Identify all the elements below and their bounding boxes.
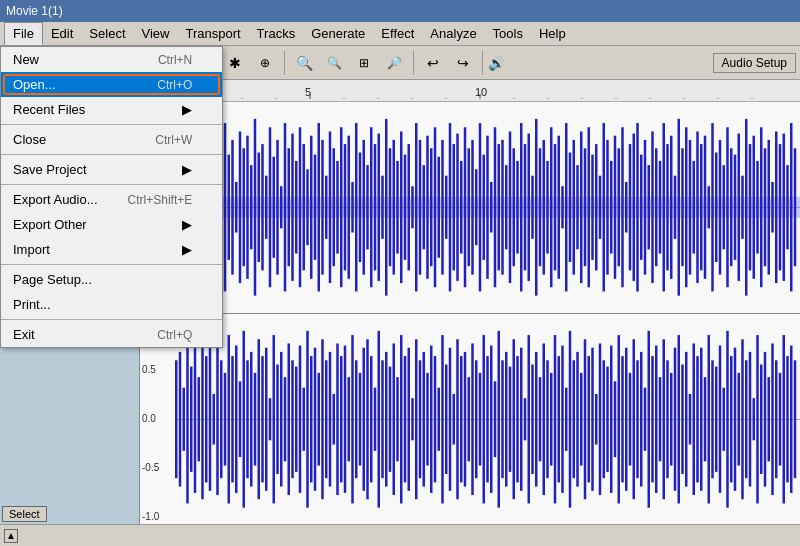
- audio-setup-button[interactable]: Audio Setup: [713, 53, 796, 73]
- svg-rect-133: [591, 155, 594, 260]
- svg-rect-161: [696, 131, 699, 283]
- svg-rect-38: [235, 182, 238, 233]
- svg-rect-275: [501, 360, 504, 478]
- svg-rect-152: [663, 123, 666, 291]
- svg-rect-165: [711, 123, 714, 291]
- svg-rect-166: [715, 153, 718, 262]
- svg-rect-101: [471, 140, 474, 275]
- waveform-bars-2: [175, 330, 796, 507]
- svg-rect-131: [584, 148, 587, 266]
- svg-rect-296: [580, 372, 583, 465]
- svg-rect-90: [430, 148, 433, 266]
- svg-rect-64: [333, 148, 336, 266]
- svg-rect-192: [190, 366, 193, 471]
- svg-rect-41: [246, 136, 249, 279]
- menu-item-transport[interactable]: Transport: [177, 22, 248, 45]
- menu-save-project[interactable]: Save Project ▶: [1, 157, 222, 182]
- menu-print[interactable]: Print...: [1, 292, 222, 317]
- svg-rect-285: [539, 377, 542, 461]
- svg-rect-50: [280, 186, 283, 228]
- menu-item-select[interactable]: Select: [81, 22, 133, 45]
- menu-item-tools[interactable]: Tools: [485, 22, 531, 45]
- menu-item-file[interactable]: File: [4, 22, 43, 45]
- svg-rect-221: [299, 345, 302, 492]
- svg-rect-209: [254, 372, 257, 465]
- separator-4: [1, 264, 222, 265]
- menu-item-generate[interactable]: Generate: [303, 22, 373, 45]
- svg-rect-85: [411, 186, 414, 228]
- svg-rect-178: [760, 127, 763, 287]
- svg-rect-182: [775, 131, 778, 283]
- menu-close[interactable]: Close Ctrl+W: [1, 127, 222, 152]
- svg-rect-54: [295, 161, 298, 254]
- volume-icon: 🔊: [488, 55, 505, 71]
- svg-rect-109: [501, 140, 504, 275]
- svg-rect-136: [603, 123, 606, 291]
- svg-rect-319: [666, 360, 669, 478]
- svg-rect-313: [644, 387, 647, 450]
- svg-rect-349: [779, 372, 782, 465]
- menu-import[interactable]: Import ▶: [1, 237, 222, 262]
- svg-rect-328: [700, 347, 703, 490]
- menu-open[interactable]: Open... Ctrl+O: [1, 72, 222, 97]
- zoom-full-button[interactable]: 🔎: [380, 49, 408, 77]
- svg-rect-151: [659, 161, 662, 254]
- zoom-out-button[interactable]: 🔍: [320, 49, 348, 77]
- menu-item-tracks[interactable]: Tracks: [249, 22, 304, 45]
- menu-item-effect[interactable]: Effect: [373, 22, 422, 45]
- menu-bar: File Edit Select View Transport Tracks G…: [0, 22, 800, 46]
- svg-rect-49: [276, 140, 279, 275]
- menu-item-view[interactable]: View: [134, 22, 178, 45]
- menu-item-help[interactable]: Help: [531, 22, 574, 45]
- svg-rect-345: [764, 351, 767, 486]
- waveform-svg-2: [175, 314, 800, 525]
- audio-setup-container: Audio Setup: [713, 53, 796, 73]
- svg-rect-174: [745, 119, 748, 296]
- menu-export-audio[interactable]: Export Audio... Ctrl+Shift+E: [1, 187, 222, 212]
- svg-rect-291: [561, 345, 564, 492]
- svg-rect-271: [486, 356, 489, 482]
- svg-rect-305: [614, 381, 617, 457]
- svg-rect-324: [685, 351, 688, 486]
- svg-rect-249: [404, 356, 407, 482]
- svg-rect-124: [558, 136, 561, 279]
- menu-new[interactable]: New Ctrl+N: [1, 47, 222, 72]
- svg-rect-318: [663, 339, 666, 499]
- svg-rect-184: [783, 134, 786, 281]
- svg-rect-185: [786, 165, 789, 249]
- redo-button[interactable]: ↪: [449, 49, 477, 77]
- undo-button[interactable]: ↩: [419, 49, 447, 77]
- svg-rect-288: [550, 372, 553, 465]
- svg-rect-46: [265, 176, 268, 239]
- svg-rect-243: [381, 360, 384, 478]
- menu-item-edit[interactable]: Edit: [43, 22, 81, 45]
- svg-rect-164: [708, 186, 711, 228]
- menu-exit[interactable]: Exit Ctrl+Q: [1, 322, 222, 347]
- zoom-in-button[interactable]: 🔍: [290, 49, 318, 77]
- svg-rect-278: [513, 339, 516, 499]
- select-button[interactable]: Select: [2, 506, 47, 522]
- draw-tool-button[interactable]: ✱: [221, 49, 249, 77]
- bottom-arrow-button[interactable]: ▲: [4, 529, 18, 543]
- svg-rect-88: [423, 165, 426, 249]
- svg-rect-217: [284, 377, 287, 461]
- svg-rect-98: [460, 161, 463, 254]
- menu-page-setup[interactable]: Page Setup...: [1, 267, 222, 292]
- zoom-fit-button[interactable]: ⊞: [350, 49, 378, 77]
- svg-rect-203: [231, 356, 234, 482]
- zoom-tool-button[interactable]: ⊕: [251, 49, 279, 77]
- menu-item-analyze[interactable]: Analyze: [422, 22, 484, 45]
- title-bar: Movie 1(1): [0, 0, 800, 22]
- svg-rect-89: [426, 136, 429, 279]
- svg-rect-274: [498, 330, 501, 507]
- svg-rect-115: [524, 144, 527, 270]
- svg-rect-134: [595, 144, 598, 270]
- menu-export-other[interactable]: Export Other ▶: [1, 212, 222, 237]
- svg-rect-252: [415, 339, 418, 499]
- svg-rect-265: [464, 351, 467, 486]
- svg-rect-36: [228, 155, 231, 260]
- menu-recent-files[interactable]: Recent Files ▶: [1, 97, 222, 122]
- svg-rect-156: [678, 119, 681, 296]
- svg-rect-307: [621, 356, 624, 482]
- svg-rect-198: [213, 393, 216, 444]
